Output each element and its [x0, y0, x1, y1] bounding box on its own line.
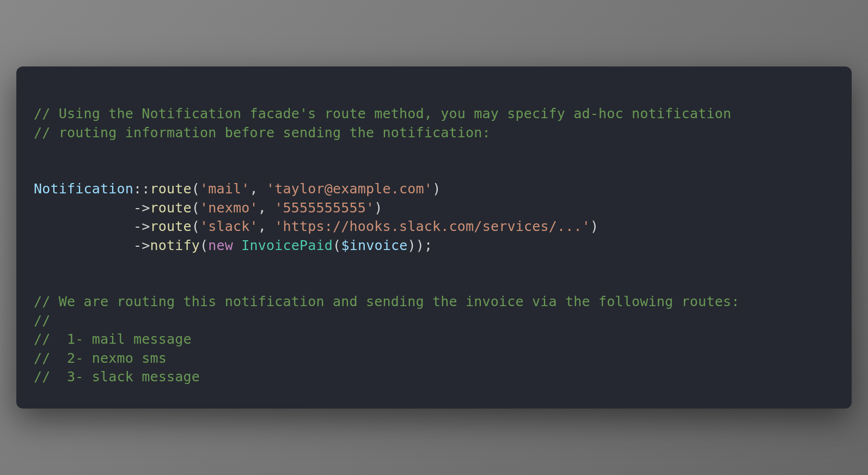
- comment-line-3: // We are routing this notification and …: [34, 294, 739, 309]
- variable-invoice: $invoice: [341, 238, 407, 253]
- comment-line-2: // routing information before sending th…: [34, 125, 491, 141]
- comma: ,: [258, 218, 275, 234]
- comma: ,: [258, 200, 275, 216]
- string-slack: 'slack': [200, 218, 258, 234]
- comment-line-4: //: [34, 313, 51, 328]
- paren-open: (: [192, 218, 200, 234]
- paren-close: ): [416, 238, 424, 253]
- comment-line-7: // 3- slack message: [34, 369, 200, 385]
- indent: [34, 238, 133, 253]
- class-token: Notification: [34, 181, 133, 197]
- paren-close: ): [432, 181, 441, 197]
- keyword-new: new: [208, 238, 233, 253]
- type-invoice-paid: InvoicePaid: [241, 238, 333, 253]
- string-email: 'taylor@example.com': [266, 181, 432, 197]
- comma: ,: [250, 181, 267, 197]
- paren-open: (: [192, 181, 200, 197]
- string-phone: '5555555555': [274, 200, 374, 216]
- paren-close: ): [590, 218, 598, 234]
- comment-line-1: // Using the Notification facade's route…: [34, 106, 731, 121]
- string-mail: 'mail': [200, 181, 250, 197]
- paren-open: (: [200, 238, 208, 253]
- method-route-2: route: [150, 200, 192, 216]
- method-notify: notify: [150, 238, 200, 253]
- paren-close: ): [407, 238, 415, 253]
- code-block: // Using the Notification facade's route…: [34, 105, 834, 387]
- arrow-op: ->: [133, 238, 150, 253]
- paren-open: (: [333, 238, 341, 253]
- method-route-1: route: [150, 181, 192, 197]
- scope-operator: ::: [133, 181, 150, 197]
- string-hook: 'https://hooks.slack.com/services/...': [274, 218, 590, 234]
- string-nexmo: 'nexmo': [200, 200, 258, 216]
- method-route-3: route: [150, 218, 192, 234]
- indent: [34, 218, 133, 234]
- paren-open: (: [192, 200, 200, 216]
- code-snippet-card: // Using the Notification facade's route…: [16, 66, 852, 409]
- arrow-op: ->: [133, 200, 150, 216]
- paren-close: ): [374, 200, 382, 216]
- comment-line-5: // 1- mail message: [34, 331, 192, 347]
- comment-line-6: // 2- nexmo sms: [34, 350, 167, 366]
- arrow-op: ->: [133, 218, 150, 234]
- semicolon: ;: [424, 238, 432, 253]
- indent: [34, 200, 133, 216]
